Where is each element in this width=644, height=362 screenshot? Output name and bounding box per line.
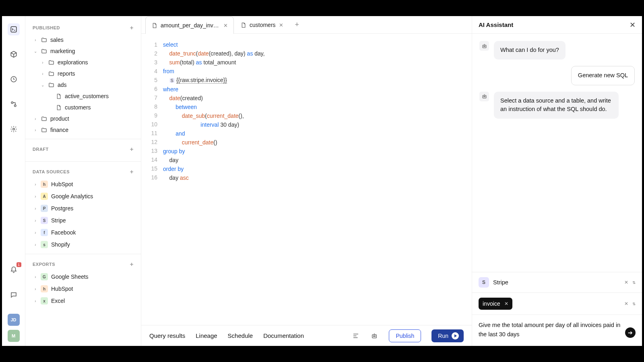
assistant-title: AI Assistant — [479, 21, 513, 28]
clear-table-icon[interactable]: ✕ — [624, 301, 628, 306]
cube-icon[interactable] — [8, 48, 20, 60]
play-icon — [452, 332, 459, 339]
add-source-icon[interactable]: + — [130, 168, 134, 175]
tree-item-finance[interactable]: ›finance — [25, 124, 141, 136]
history-icon[interactable] — [8, 73, 20, 85]
chevron-icon: ⌄ — [33, 49, 37, 53]
ai-shortcut-icon[interactable] — [370, 332, 378, 340]
tree-item-sales[interactable]: ›sales — [25, 34, 141, 45]
folder-icon — [41, 127, 47, 133]
avatar[interactable]: JD — [8, 314, 20, 326]
tree-item-active_customers[interactable]: active_customers — [25, 90, 141, 102]
source-icon: h — [41, 181, 48, 188]
tree-item-explorations[interactable]: ›explorations — [25, 57, 141, 68]
document-icon — [55, 93, 62, 99]
models-icon[interactable] — [8, 98, 20, 110]
chat-icon[interactable] — [8, 289, 20, 301]
close-tab-icon[interactable]: ✕ — [223, 23, 228, 29]
folder-icon — [48, 82, 54, 88]
prompt-input[interactable]: Give me the total amount per day of all … — [479, 321, 621, 339]
add-export-icon[interactable]: + — [130, 261, 134, 267]
assistant-message: What can I do for you? — [494, 41, 566, 60]
chevron-icon: › — [41, 72, 45, 76]
folder-icon — [48, 70, 54, 77]
tree-item-reports[interactable]: ›reports — [25, 68, 141, 79]
bottom-bar: Query results Lineage Schedule Documenta… — [141, 325, 472, 346]
close-icon[interactable]: ✕ — [630, 21, 636, 29]
sql-editor[interactable]: 12345678910111213141516 select date_trun… — [141, 34, 472, 325]
folder-icon — [41, 37, 47, 43]
tab-lineage[interactable]: Lineage — [196, 332, 217, 339]
stripe-icon: S — [479, 277, 489, 288]
add-draft-icon[interactable]: + — [130, 146, 134, 152]
run-button[interactable]: Run — [431, 329, 464, 342]
svg-point-19 — [483, 96, 484, 97]
chevron-updown-icon[interactable]: ⇅ — [632, 280, 636, 285]
svg-point-20 — [485, 96, 485, 97]
svg-point-16 — [485, 46, 485, 47]
send-button[interactable]: ➔ — [625, 327, 636, 338]
chevron-icon: › — [33, 182, 37, 187]
user-message[interactable]: Generate new SQL — [571, 66, 635, 85]
tab-customers[interactable]: customers✕ — [234, 16, 289, 33]
chevron-icon: ⌄ — [41, 83, 45, 87]
tree-item-customers[interactable]: customers — [25, 102, 141, 113]
tab-schedule[interactable]: Schedule — [228, 332, 253, 339]
svg-rect-0 — [11, 27, 17, 32]
svg-point-6 — [12, 128, 14, 130]
tab-documentation[interactable]: Documentation — [263, 332, 304, 339]
publish-button[interactable]: Publish — [389, 329, 421, 342]
close-tab-icon[interactable]: ✕ — [279, 22, 283, 28]
chevron-icon: › — [41, 60, 45, 65]
source-icon: G — [41, 273, 48, 280]
add-published-icon[interactable]: + — [130, 24, 134, 31]
tree-item-marketing[interactable]: ⌄marketing — [25, 45, 141, 57]
assistant-message: Select a data source and a table, and wr… — [494, 92, 619, 119]
source-icon: x — [41, 297, 48, 304]
chevron-updown-icon[interactable]: ⇅ — [632, 302, 636, 306]
tree-item-google-analytics[interactable]: ›AGoogle Analytics — [25, 190, 141, 202]
prompt-input-block: S Stripe ✕ ⇅ invoice ✕ ✕ ⇅ Give me the t… — [472, 272, 642, 346]
tree-item-stripe[interactable]: ›SStripe — [25, 214, 141, 226]
tree-item-ads[interactable]: ⌄ads — [25, 79, 141, 90]
tab-query-results[interactable]: Query results — [149, 332, 185, 339]
source-icon: f — [41, 229, 48, 236]
settings-icon[interactable] — [8, 123, 20, 135]
tree-item-facebook[interactable]: ›fFacebook — [25, 226, 141, 239]
svg-point-15 — [483, 46, 484, 47]
tree-item-google-sheets[interactable]: ›GGoogle Sheets — [25, 271, 141, 283]
chevron-icon: › — [33, 117, 37, 121]
avatar[interactable]: M — [8, 330, 20, 342]
tree-item-hubspot[interactable]: ›hHubSpot — [25, 283, 141, 295]
chevron-icon: › — [33, 218, 37, 223]
chevron-icon: › — [33, 194, 37, 199]
document-icon — [55, 104, 62, 111]
table-select[interactable]: invoice ✕ ✕ ⇅ — [472, 293, 642, 315]
workspace-icon[interactable] — [8, 23, 20, 35]
notifications-icon[interactable]: 1 — [8, 264, 20, 276]
svg-point-11 — [374, 335, 374, 336]
source-icon: h — [41, 285, 48, 292]
source-icon: S — [41, 217, 48, 224]
tree-item-postgres[interactable]: ›PPostgres — [25, 202, 141, 214]
ai-assistant-panel: AI Assistant ✕ What can I do for you? Ge… — [472, 16, 642, 346]
format-icon[interactable] — [352, 332, 360, 340]
tree-item-shopify[interactable]: ›sShopify — [25, 239, 141, 251]
tab-amount_per_day_invoic-[interactable]: amount_per_day_invoic...✕ — [145, 16, 234, 34]
tree-item-product[interactable]: ›product — [25, 113, 141, 124]
remove-chip-icon[interactable]: ✕ — [504, 301, 508, 306]
chevron-icon: › — [33, 230, 37, 235]
tree-item-excel[interactable]: ›xExcel — [25, 295, 141, 307]
folder-icon — [48, 59, 54, 66]
svg-point-5 — [14, 105, 16, 107]
chevron-icon: › — [33, 243, 37, 247]
chevron-icon: › — [33, 206, 37, 211]
sidebar: PUBLISHED + ›sales⌄marketing›exploration… — [25, 16, 141, 346]
data-source-select[interactable]: S Stripe ✕ ⇅ — [472, 272, 642, 293]
source-icon: P — [41, 205, 48, 212]
chevron-icon: › — [33, 128, 37, 132]
clear-source-icon[interactable]: ✕ — [624, 280, 628, 285]
tab-bar: amount_per_day_invoic...✕customers✕ + — [141, 16, 472, 34]
add-tab-icon[interactable]: + — [289, 16, 305, 33]
tree-item-hubspot[interactable]: ›hHubSpot — [25, 178, 141, 190]
